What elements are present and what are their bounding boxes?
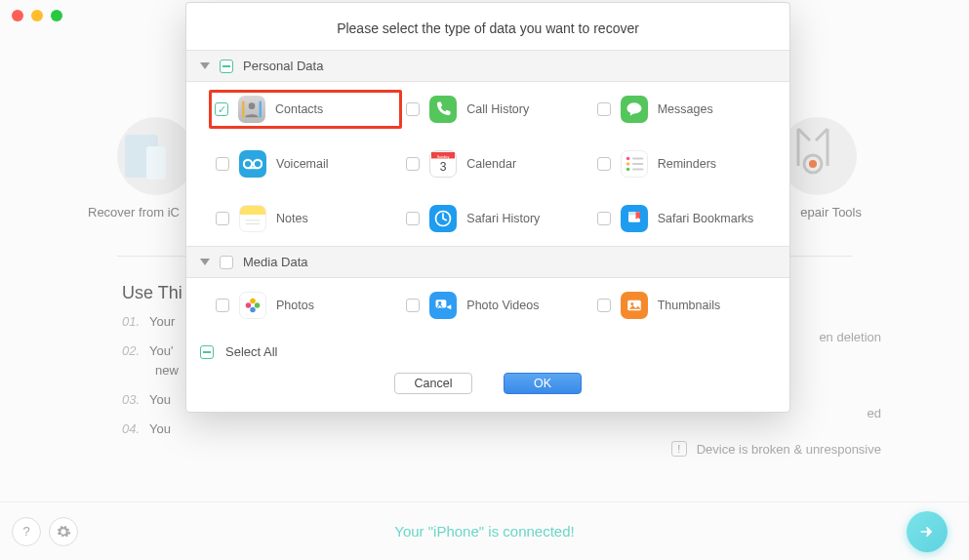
item-thumbnails[interactable]: Thumbnails: [593, 286, 784, 325]
bg-step-4: 04.You: [122, 421, 171, 436]
svg-point-24: [250, 299, 256, 304]
checkbox-photo-videos[interactable]: [406, 299, 420, 312]
label-notes: Notes: [276, 212, 308, 225]
phone-icon: [429, 96, 457, 123]
label-safari-bookmarks: Safari Bookmarks: [658, 212, 754, 225]
label-photo-videos: Photo Videos: [466, 299, 539, 312]
checkbox-safari-history[interactable]: [406, 212, 420, 225]
help-button[interactable]: ?: [12, 517, 41, 546]
svg-text:Sunday: Sunday: [437, 155, 450, 159]
photo-videos-icon: [429, 292, 457, 319]
select-all-row[interactable]: Select All: [186, 333, 789, 367]
chevron-down-icon: [200, 259, 210, 265]
checkbox-thumbnails[interactable]: [597, 299, 611, 312]
ok-button[interactable]: OK: [504, 373, 582, 394]
item-safari-history[interactable]: Safari History: [402, 199, 592, 238]
arrow-right-icon: [917, 522, 937, 541]
label-calendar: Calendar: [466, 157, 516, 171]
bg-step-3: 03.You: [122, 392, 171, 407]
item-calendar[interactable]: Sunday3 Calendar: [402, 144, 592, 183]
bg-step-2: 02.You': [122, 343, 174, 358]
voicemail-icon: [239, 150, 266, 178]
label-thumbnails: Thumbnails: [658, 299, 721, 312]
label-photos: Photos: [276, 299, 314, 312]
thumbnails-icon: [621, 292, 648, 319]
close-icon[interactable]: [12, 10, 23, 21]
cancel-button[interactable]: Cancel: [394, 373, 472, 394]
item-messages[interactable]: Messages: [593, 90, 784, 129]
svg-point-8: [254, 160, 262, 168]
checkbox-call-history[interactable]: [406, 102, 420, 116]
checkbox-messages[interactable]: [597, 102, 611, 116]
label-voicemail: Voicemail: [276, 157, 329, 171]
media-grid: Photos Photo Videos Thumbnails: [186, 278, 789, 333]
section-media-header[interactable]: Media Data: [186, 246, 789, 278]
checkbox-calendar[interactable]: [406, 157, 420, 171]
bg-left-label: Recover from iC: [88, 205, 180, 220]
bg-card-left: [117, 117, 195, 195]
bg-tip-row: ! Device is broken & unresponsive: [671, 441, 881, 457]
bg-right-label: epair Tools: [800, 205, 862, 220]
bg-use-heading: Use Thi: [122, 283, 182, 303]
checkbox-notes[interactable]: [216, 212, 229, 225]
messages-icon: [621, 96, 648, 123]
checkbox-voicemail[interactable]: [216, 157, 229, 171]
section-personal-label: Personal Data: [243, 59, 323, 73]
checkbox-photos[interactable]: [216, 299, 229, 312]
item-voicemail[interactable]: Voicemail: [212, 144, 402, 183]
chevron-down-icon: [200, 62, 210, 69]
bg-step-1: 01.Your: [122, 314, 175, 329]
modal-button-row: Cancel OK: [186, 367, 789, 412]
settings-button[interactable]: [49, 517, 78, 546]
section-media-checkbox[interactable]: [220, 256, 233, 269]
item-photo-videos[interactable]: Photo Videos: [402, 286, 592, 325]
bg-card-right: [779, 117, 857, 195]
item-call-history[interactable]: Call History: [402, 90, 592, 129]
select-all-label: Select All: [225, 344, 277, 359]
svg-rect-6: [260, 101, 262, 118]
maximize-icon[interactable]: [51, 10, 62, 21]
item-contacts[interactable]: ✓ Contacts: [209, 90, 402, 129]
label-reminders: Reminders: [658, 157, 716, 171]
svg-point-7: [244, 160, 252, 168]
gear-icon: [56, 524, 71, 540]
svg-point-26: [250, 307, 256, 313]
alert-icon: !: [671, 441, 687, 457]
section-personal-header[interactable]: Personal Data: [186, 50, 789, 82]
section-personal-checkbox[interactable]: [220, 60, 233, 73]
bg-tip-1: en deletion: [819, 330, 881, 344]
bookmark-icon: [621, 205, 648, 232]
modal-title: Please select the type of data you want …: [186, 3, 789, 50]
bottom-bar: ? Your "iPhone" is connected!: [0, 501, 969, 560]
item-notes[interactable]: Notes: [212, 199, 402, 238]
svg-rect-5: [242, 101, 245, 118]
label-contacts: Contacts: [275, 102, 323, 116]
svg-point-13: [626, 157, 629, 161]
bg-tip-row-text: Device is broken & unresponsive: [697, 442, 881, 457]
calendar-icon: Sunday3: [429, 150, 457, 178]
personal-grid: ✓ Contacts Call History Messages: [186, 82, 789, 246]
svg-point-3: [809, 160, 817, 168]
svg-rect-1: [146, 146, 166, 180]
item-safari-bookmarks[interactable]: Safari Bookmarks: [593, 199, 784, 238]
checkbox-reminders[interactable]: [597, 157, 611, 171]
svg-point-15: [626, 168, 629, 172]
notes-icon: [239, 205, 266, 232]
svg-point-4: [249, 102, 256, 109]
minimize-icon[interactable]: [31, 10, 43, 21]
bg-step-2-wrap: new: [155, 363, 179, 378]
checkbox-contacts[interactable]: ✓: [215, 102, 228, 116]
svg-point-31: [630, 302, 633, 305]
item-photos[interactable]: Photos: [212, 286, 402, 325]
safari-history-icon: [429, 205, 457, 232]
select-all-checkbox[interactable]: [200, 345, 214, 359]
bg-tip-2: ed: [868, 406, 881, 420]
svg-point-25: [255, 302, 261, 308]
data-type-modal: Please select the type of data you want …: [185, 2, 790, 413]
proceed-button[interactable]: [907, 511, 948, 552]
item-reminders[interactable]: Reminders: [593, 144, 784, 183]
label-messages: Messages: [658, 102, 713, 116]
checkbox-safari-bookmarks[interactable]: [597, 212, 611, 225]
window-traffic-lights: [12, 10, 62, 21]
svg-text:3: 3: [440, 160, 447, 174]
